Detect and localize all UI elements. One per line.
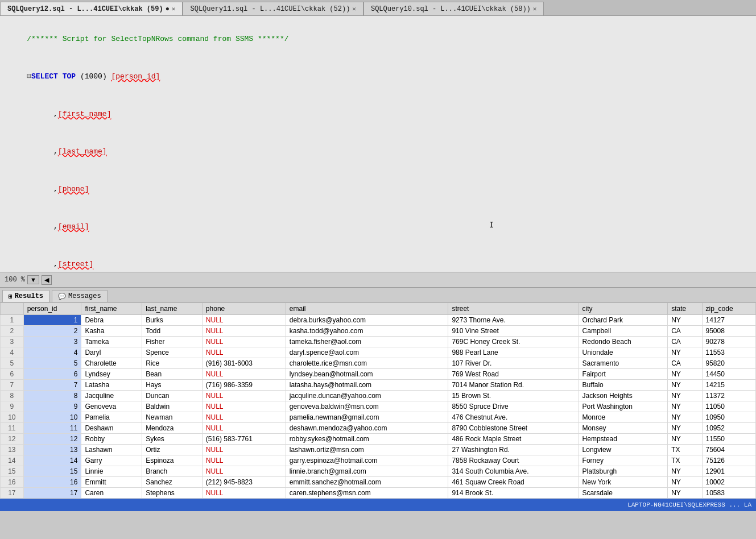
table-row[interactable]: 11DebraBurksNULLdebra.burks@yahoo.com927… <box>1 315 756 326</box>
table-cell: Sacramento <box>579 358 668 369</box>
row-number: 14 <box>1 455 24 466</box>
row-number: 8 <box>1 391 24 401</box>
table-row[interactable]: 1515LinnieBranchNULLlinnie.branch@gmail.… <box>1 466 756 477</box>
table-cell: 14127 <box>702 315 755 326</box>
sql-line-lastname: ,[last_name] <box>9 133 747 171</box>
table-cell: 2 <box>23 326 81 337</box>
cursor: I <box>489 221 494 230</box>
row-number: 10 <box>1 412 24 423</box>
zoom-dropdown-btn[interactable]: ▼ <box>27 275 39 284</box>
table-cell: garry.espinoza@hotmail.com <box>286 455 448 466</box>
table-cell: 476 Chestnut Ave. <box>448 412 579 423</box>
table-cell: TX <box>668 455 702 466</box>
table-cell: Jackson Heights <box>579 391 668 401</box>
table-row[interactable]: 33TamekaFisherNULLtameka.fisher@aol.com7… <box>1 337 756 347</box>
tab-sqlquery11[interactable]: SQLQuery11.sql - L...41CUEI\ckkak (52)) … <box>183 2 363 15</box>
sql-line-street: ,[street] <box>9 246 747 272</box>
messages-tab-label: Messages <box>68 292 101 300</box>
table-cell: Espinoza <box>142 455 203 466</box>
table-cell: 27 Washington Rd. <box>448 445 579 455</box>
table-row[interactable]: 66LyndseyBeanNULLlyndsey.bean@hotmail.co… <box>1 369 756 380</box>
table-cell: Forney <box>579 455 668 466</box>
table-cell: NULL <box>202 445 286 455</box>
tab-sqlquery12[interactable]: SQLQuery12.sql - L...41CUEI\ckkak (59) ●… <box>0 2 183 15</box>
table-cell: Spence <box>142 347 203 358</box>
table-cell: 15 <box>23 466 81 477</box>
tab-close-btn[interactable]: ✕ <box>352 5 356 13</box>
table-cell: CA <box>668 358 702 369</box>
table-row[interactable]: 22KashaToddNULLkasha.todd@yahoo.com910 V… <box>1 326 756 337</box>
table-row[interactable]: 1616EmmittSanchez(212) 945-8823emmitt.sa… <box>1 477 756 488</box>
table-cell: 5 <box>23 358 81 369</box>
table-row[interactable]: 1313LashawnOrtizNULLlashawn.ortiz@msn.co… <box>1 445 756 455</box>
table-cell: Uniondale <box>579 347 668 358</box>
table-cell: genoveva.baldwin@msn.com <box>286 401 448 412</box>
table-row[interactable]: 55CharoletteRice(916) 381-6003charolette… <box>1 358 756 369</box>
table-cell: Newman <box>142 412 203 423</box>
sql-line-comment: /****** Script for SelectTopNRows comman… <box>9 20 747 58</box>
table-cell: 95008 <box>702 326 755 337</box>
zoom-value: 100 % <box>5 276 25 284</box>
table-row[interactable]: 77LatashaHays(716) 986-3359latasha.hays@… <box>1 380 756 391</box>
table-cell: 486 Rock Maple Street <box>448 434 579 445</box>
col-rownum <box>1 303 24 315</box>
table-cell: 90278 <box>702 337 755 347</box>
table-row[interactable]: 1414GarryEspinozaNULLgarry.espinoza@hotm… <box>1 455 756 466</box>
table-cell: Daryl <box>81 347 142 358</box>
table-cell: 314 South Columbia Ave. <box>448 466 579 477</box>
table-cell: Baldwin <box>142 401 203 412</box>
table-row[interactable]: 1212RobbySykes(516) 583-7761robby.sykes@… <box>1 434 756 445</box>
table-row[interactable]: 1010PameliaNewmanNULLpamelia.newman@gmai… <box>1 412 756 423</box>
grid-icon: ⊞ <box>9 293 13 300</box>
sql-editor[interactable]: /****** Script for SelectTopNRows comman… <box>0 16 756 272</box>
table-cell: 11050 <box>702 401 755 412</box>
tab-sqlquery10[interactable]: SQLQuery10.sql - L...41CUEI\ckkak (58)) … <box>363 2 544 15</box>
table-cell: Longview <box>579 445 668 455</box>
tab-bar: SQLQuery12.sql - L...41CUEI\ckkak (59) ●… <box>0 0 756 16</box>
tab-close-btn[interactable]: ✕ <box>172 5 176 13</box>
tab-label: SQLQuery11.sql - L...41CUEI\ckkak (52)) <box>190 5 350 13</box>
table-cell: 7014 Manor Station Rd. <box>448 380 579 391</box>
table-cell: CA <box>668 326 702 337</box>
tab-close-btn[interactable]: ✕ <box>533 5 537 13</box>
table-cell: Buffalo <box>579 380 668 391</box>
status-text: LAPTOP-NG41CUEI\SQLEXPRESS ... LA <box>627 501 751 508</box>
table-cell: (212) 945-8823 <box>202 477 286 488</box>
table-cell: Deshawn <box>81 423 142 434</box>
table-cell: NULL <box>202 401 286 412</box>
table-cell: Fairport <box>579 369 668 380</box>
col-person-id: person_id <box>23 303 81 315</box>
table-cell: latasha.hays@hotmail.com <box>286 380 448 391</box>
results-tab-results[interactable]: ⊞ Results <box>2 290 49 302</box>
table-cell: daryl.spence@aol.com <box>286 347 448 358</box>
table-row[interactable]: 99GenovevaBaldwinNULLgenoveva.baldwin@ms… <box>1 401 756 412</box>
table-cell: Latasha <box>81 380 142 391</box>
sql-line-firstname: ,[first_name] <box>9 96 747 133</box>
table-cell: Sykes <box>142 434 203 445</box>
table-cell: 7 <box>23 380 81 391</box>
table-cell: NULL <box>202 391 286 401</box>
table-cell: (716) 986-3359 <box>202 380 286 391</box>
results-tab-label: Results <box>15 292 43 300</box>
zoom-scroll-left-btn[interactable]: ◀ <box>42 275 52 285</box>
data-grid[interactable]: person_id first_name last_name phone ema… <box>0 302 756 499</box>
table-cell: Emmitt <box>81 477 142 488</box>
table-cell: NY <box>668 434 702 445</box>
table-row[interactable]: 1717CarenStephensNULLcaren.stephens@msn.… <box>1 488 756 499</box>
table-cell: TX <box>668 445 702 455</box>
table-cell: Tameka <box>81 337 142 347</box>
table-cell: NULL <box>202 326 286 337</box>
results-tab-messages[interactable]: 💬 Messages <box>52 290 108 302</box>
table-cell: NULL <box>202 488 286 499</box>
table-row[interactable]: 44DarylSpenceNULLdaryl.spence@aol.com988… <box>1 347 756 358</box>
row-number: 6 <box>1 369 24 380</box>
table-row[interactable]: 88JacqulineDuncanNULLjacquline.duncan@ya… <box>1 391 756 401</box>
row-number: 11 <box>1 423 24 434</box>
table-cell: tameka.fisher@aol.com <box>286 337 448 347</box>
table-row[interactable]: 1111DeshawnMendozaNULLdeshawn.mendoza@ya… <box>1 423 756 434</box>
table-cell: NY <box>668 380 702 391</box>
table-cell: Orchard Park <box>579 315 668 326</box>
row-number: 16 <box>1 477 24 488</box>
table-cell: 75126 <box>702 455 755 466</box>
table-cell: NULL <box>202 369 286 380</box>
